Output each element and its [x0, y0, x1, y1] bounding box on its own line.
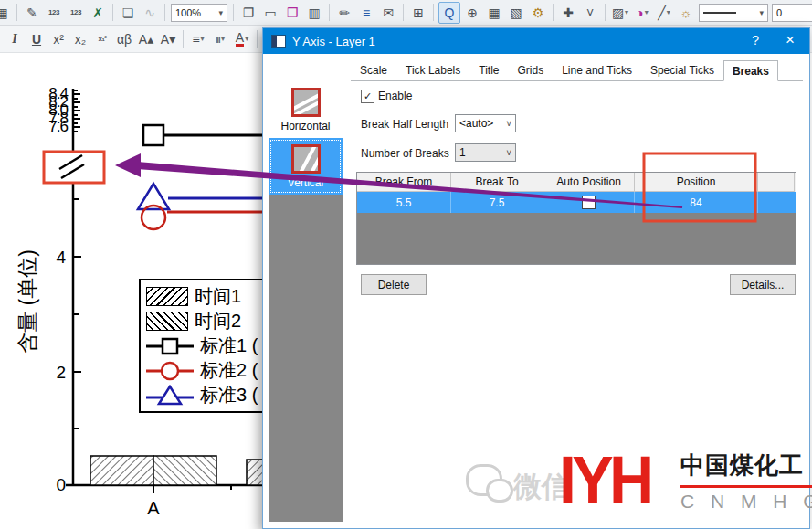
zoom-level-value: 100% [175, 7, 201, 18]
video-icon[interactable]: ▥ [304, 3, 324, 23]
table-header-break-from[interactable]: Break From [357, 173, 451, 192]
tab-scale[interactable]: Scale [351, 59, 396, 80]
chevron-down-icon: ▾ [759, 8, 764, 17]
delete-button[interactable]: Delete [361, 274, 427, 295]
import-wizard-icon[interactable]: ✎ [22, 3, 42, 23]
table-row[interactable]: 5.5 7.5 84 [357, 192, 796, 213]
auto-position-checkbox[interactable] [582, 196, 596, 209]
supersubscript-icon[interactable]: x₁² [92, 29, 112, 49]
fill-color-icon[interactable]: ▨▾ [610, 3, 630, 23]
chevron-down-icon: ˅ [506, 148, 511, 158]
chevron-down-icon: ▾ [201, 35, 205, 43]
break-half-length-value: <auto> [459, 117, 493, 130]
zoom-in-icon[interactable]: ⊕ [462, 3, 482, 23]
palette-icon[interactable]: ◑▾ [632, 3, 652, 23]
enable-label: Enable [378, 90, 412, 102]
import-ascii-icon[interactable]: 123 [44, 3, 64, 23]
print-icon[interactable]: ❐ [238, 3, 258, 23]
subscript-icon[interactable]: x₂ [70, 29, 90, 49]
legend-label: 时间2 [195, 309, 241, 333]
tab-strip: ScaleTick LabelsTitleGridsLine and Ticks… [351, 59, 803, 81]
tab-line-and-ticks[interactable]: Line and Ticks [553, 59, 641, 80]
script-window-icon[interactable]: Q [438, 2, 460, 24]
panel-item-vertical[interactable]: Vertical [269, 138, 343, 195]
duplicate-window-icon[interactable]: ❏ [118, 3, 138, 23]
tab-grids[interactable]: Grids [509, 59, 554, 80]
new-graph-icon[interactable]: ✏ [334, 3, 354, 23]
break-from-cell[interactable]: 5.5 [357, 192, 451, 213]
break-to-cell[interactable]: 7.5 [451, 192, 543, 213]
table-header-end[interactable] [758, 173, 795, 192]
y-tick-label: 7.6 [35, 119, 68, 134]
new-notes-icon[interactable]: ✉ [378, 3, 398, 23]
y-tick-label: 0 [33, 476, 66, 493]
slideshow-icon[interactable]: ▭ [260, 3, 280, 23]
table-header-auto-position[interactable]: Auto Position [543, 173, 635, 192]
line-style-sample [703, 12, 736, 14]
line-width-select[interactable]: 0 ▾ [772, 4, 812, 22]
table-header-position[interactable]: Position [635, 173, 758, 192]
greek-icon[interactable]: αβ [114, 29, 134, 49]
line-square-swatch [146, 335, 194, 357]
line-circle-swatch [146, 360, 194, 382]
import-multiple-ascii-icon[interactable]: 123 [66, 3, 86, 23]
chevron-down-icon: ˅ [506, 119, 511, 129]
break-half-length-select[interactable]: <auto> ˅ [455, 114, 516, 132]
toolbar-separator [164, 4, 165, 21]
superscript-icon[interactable]: x² [48, 29, 69, 49]
close-icon[interactable]: × [786, 31, 795, 49]
chevron-down-icon: ▾ [221, 35, 225, 43]
tab-special-ticks[interactable]: Special Ticks [641, 59, 723, 80]
overflow-chevron-icon[interactable]: ˅ [580, 3, 600, 23]
font-larger-icon[interactable]: A▴ [136, 29, 156, 49]
auto-position-cell[interactable] [543, 192, 635, 213]
italic-icon[interactable]: I [5, 29, 25, 49]
new-layout-icon[interactable]: ≡ [356, 3, 376, 23]
details-button[interactable]: Details... [730, 274, 796, 295]
tick-style-icon[interactable]: |||▾ [210, 29, 230, 49]
font-color-icon[interactable]: A▾ [232, 29, 252, 49]
chevron-down-icon: ▾ [667, 8, 670, 16]
tab-title[interactable]: Title [469, 59, 508, 80]
worksheet-window-icon[interactable]: ▦ [484, 3, 504, 23]
line-style-select[interactable]: ▾ [699, 4, 768, 22]
zoom-level-select[interactable]: 100% ▾ [171, 4, 227, 22]
line-tool-icon[interactable]: ╱▾ [654, 3, 674, 23]
font-smaller-icon[interactable]: A▾ [158, 29, 178, 49]
options-icon[interactable]: ⚙ [528, 3, 548, 23]
image-window-icon[interactable]: ❒ [282, 3, 302, 23]
import-excel-icon[interactable]: ✗ [88, 3, 108, 23]
project-explorer-icon[interactable]: ⊞ [408, 3, 428, 23]
toolbar-separator [233, 4, 234, 21]
align-icon[interactable]: ≡▾ [188, 29, 208, 49]
dialog-titlebar[interactable]: Y Axis - Layer 1 ? × [263, 28, 809, 54]
help-button[interactable]: ? [752, 33, 759, 48]
bar-series1-A [90, 456, 153, 485]
table-empty-area [357, 213, 796, 264]
number-of-breaks-label: Number of Breaks [361, 147, 449, 160]
tab-tick-labels[interactable]: Tick Labels [396, 59, 469, 80]
panel-item-label: Vertical [288, 176, 323, 189]
chevron-down-icon: ▾ [625, 8, 628, 16]
format-worksheet-icon[interactable]: ▧ [506, 3, 526, 23]
run-script-icon[interactable]: ∿ [140, 3, 160, 23]
toolbar-separator [605, 4, 606, 21]
legend-label: 标准1 ( [200, 333, 258, 358]
position-cell[interactable]: 84 [635, 192, 758, 213]
legend-label: 标准2 ( [200, 358, 258, 383]
toolbar-separator [16, 4, 17, 21]
panel-item-horizontal[interactable]: Horizontal [269, 81, 343, 138]
axis-direction-list: Horizontal Vertical [269, 81, 343, 522]
hint-icon[interactable]: ☼ [676, 3, 696, 23]
circle-marker [142, 206, 165, 229]
square-marker [143, 125, 163, 145]
partial-worksheet-icon[interactable]: ▦ [0, 3, 12, 23]
dialog-icon [271, 35, 286, 48]
add-column-icon[interactable]: ✚ [558, 3, 578, 23]
table-header-break-to[interactable]: Break To [451, 173, 543, 192]
number-of-breaks-select[interactable]: 1 ˅ [455, 143, 516, 162]
underline-icon[interactable]: U [26, 29, 47, 49]
y-axis-dialog: Y Axis - Layer 1 ? × ScaleTick LabelsTit… [262, 27, 810, 529]
tab-breaks[interactable]: Breaks [723, 60, 778, 81]
enable-checkbox[interactable]: ✓ [361, 90, 374, 103]
